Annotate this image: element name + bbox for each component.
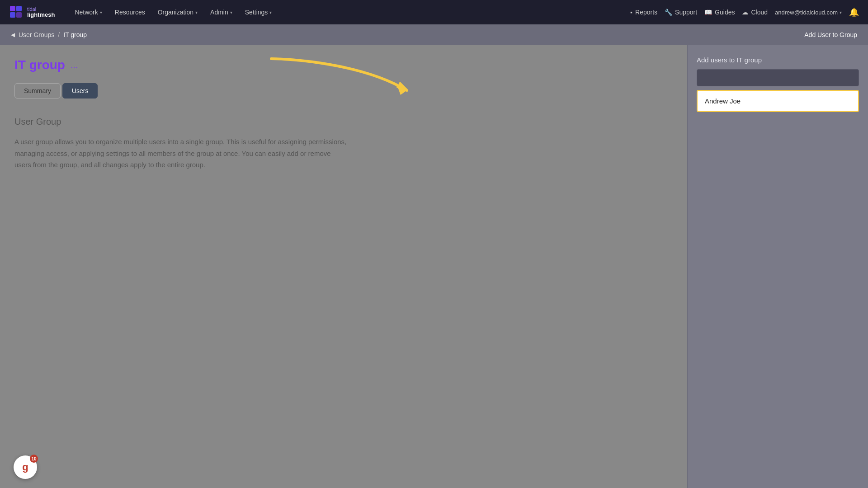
content-area: User Group A user group allows you to or… <box>14 108 673 180</box>
book-icon: 📖 <box>704 9 712 16</box>
svg-rect-0 <box>10 6 15 11</box>
user-group-description: A user group allows you to organize mult… <box>14 136 349 171</box>
user-group-section-title: User Group <box>14 117 673 127</box>
nav-support[interactable]: 🔧 Support <box>665 9 697 16</box>
admin-chevron-icon: ▾ <box>230 10 232 15</box>
nav-reports[interactable]: ▪ Reports <box>630 9 657 16</box>
nav-admin[interactable]: Admin ▾ <box>205 6 238 19</box>
breadcrumb-bar: ◀ User Groups / IT group Add User to Gro… <box>0 24 868 45</box>
bar-chart-icon: ▪ <box>630 9 632 16</box>
more-options-icon[interactable]: ... <box>71 60 78 70</box>
user-dropdown: Andrew Joe <box>697 90 859 112</box>
svg-rect-3 <box>16 12 22 18</box>
nav-items: Network ▾ Resources Organization ▾ Admin… <box>69 6 630 19</box>
logo-icon <box>9 5 24 19</box>
left-content: IT group ... Summary Users User Group A … <box>0 45 687 488</box>
main-layout: IT group ... Summary Users User Group A … <box>0 45 868 488</box>
breadcrumb-user-groups[interactable]: User Groups <box>19 31 54 38</box>
page-title: IT group <box>14 58 65 72</box>
notifications-bell-icon[interactable]: 🔔 <box>849 7 859 17</box>
nav-resources[interactable]: Resources <box>109 6 151 19</box>
breadcrumb-current: IT group <box>63 31 87 38</box>
g-badge[interactable]: g 10 <box>14 455 37 479</box>
right-panel: Add users to IT group Andrew Joe <box>687 45 868 488</box>
breadcrumb: ◀ User Groups / IT group <box>11 31 87 38</box>
logo[interactable]: tidal lightmesh <box>9 5 55 19</box>
page-title-row: IT group ... <box>14 58 673 72</box>
nav-user[interactable]: andrew@tidalcloud.com ▾ <box>775 9 842 16</box>
settings-chevron-icon: ▾ <box>269 10 272 15</box>
bottom-widget[interactable]: g 10 <box>14 455 37 479</box>
svg-rect-1 <box>16 6 22 11</box>
g-badge-count: 10 <box>30 455 38 463</box>
network-chevron-icon: ▾ <box>100 10 102 15</box>
breadcrumb-separator: / <box>58 31 60 38</box>
tab-summary[interactable]: Summary <box>14 83 61 99</box>
nav-cloud[interactable]: ☁ Cloud <box>742 9 768 16</box>
nav-right: ▪ Reports 🔧 Support 📖 Guides ☁ Cloud and… <box>630 7 859 17</box>
nav-network[interactable]: Network ▾ <box>69 6 107 19</box>
nav-guides[interactable]: 📖 Guides <box>704 9 735 16</box>
svg-rect-2 <box>10 12 15 18</box>
logo-lightmesh-text: lightmesh <box>27 12 55 18</box>
tab-users[interactable]: Users <box>62 83 98 99</box>
wrench-icon: 🔧 <box>665 9 672 16</box>
dropdown-user-item[interactable]: Andrew Joe <box>705 97 851 105</box>
nav-settings[interactable]: Settings ▾ <box>240 6 278 19</box>
nav-organization[interactable]: Organization ▾ <box>152 6 203 19</box>
add-user-to-group-button[interactable]: Add User to Group <box>804 31 857 38</box>
organization-chevron-icon: ▾ <box>195 10 198 15</box>
back-arrow-icon: ◀ <box>11 32 15 38</box>
add-users-search-input[interactable] <box>697 69 859 86</box>
user-chevron-icon: ▾ <box>840 10 842 15</box>
cloud-icon: ☁ <box>742 9 748 16</box>
top-navigation: tidal lightmesh Network ▾ Resources Orga… <box>0 0 868 24</box>
panel-title: Add users to IT group <box>697 56 859 64</box>
tabs: Summary Users <box>14 83 673 99</box>
